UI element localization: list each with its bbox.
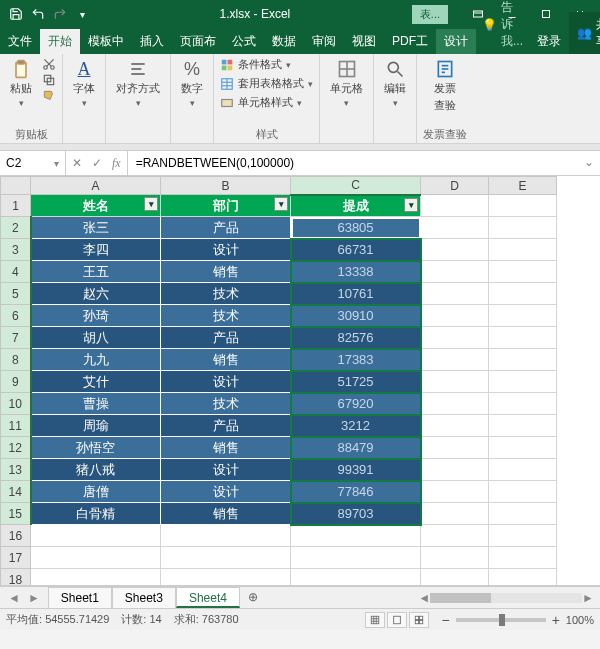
cell[interactable] xyxy=(421,481,489,503)
cell[interactable] xyxy=(291,525,421,547)
cell[interactable] xyxy=(421,261,489,283)
sheet-tab-sheet1[interactable]: Sheet1 xyxy=(48,587,112,608)
col-header-D[interactable]: D xyxy=(421,177,489,195)
cell[interactable] xyxy=(161,525,291,547)
editing-button[interactable]: 编辑 ▾ xyxy=(380,57,410,110)
font-button[interactable]: A 字体 ▾ xyxy=(69,57,99,110)
cell[interactable] xyxy=(421,327,489,349)
tab-formulas[interactable]: 公式 xyxy=(224,29,264,54)
cell[interactable] xyxy=(161,569,291,587)
cell[interactable] xyxy=(31,525,161,547)
cell[interactable] xyxy=(489,503,557,525)
cell[interactable] xyxy=(291,547,421,569)
tab-data[interactable]: 数据 xyxy=(264,29,304,54)
cell[interactable] xyxy=(489,217,557,239)
accept-formula-icon[interactable]: ✓ xyxy=(92,156,102,170)
cell[interactable] xyxy=(421,195,489,217)
formula-bar[interactable] xyxy=(128,151,578,175)
contextual-tab[interactable]: 表... xyxy=(412,5,448,24)
row-header-5[interactable]: 5 xyxy=(1,283,31,305)
cut-icon[interactable] xyxy=(42,57,56,71)
name-box[interactable]: C2 ▾ xyxy=(0,151,66,175)
sheet-tab-sheet4[interactable]: Sheet4 xyxy=(176,587,240,608)
cell[interactable]: 13338 xyxy=(291,261,421,283)
cell[interactable] xyxy=(489,261,557,283)
row-header-6[interactable]: 6 xyxy=(1,305,31,327)
cell[interactable]: 10761 xyxy=(291,283,421,305)
maximize-icon[interactable] xyxy=(530,4,562,24)
row-header-15[interactable]: 15 xyxy=(1,503,31,525)
cell[interactable] xyxy=(489,415,557,437)
cell[interactable]: 67920 xyxy=(291,393,421,415)
tab-pdf[interactable]: PDF工 xyxy=(384,29,436,54)
cell[interactable]: 孙琦 xyxy=(31,305,161,327)
cell[interactable] xyxy=(421,459,489,481)
row-header-7[interactable]: 7 xyxy=(1,327,31,349)
signin-link[interactable]: 登录 xyxy=(529,29,569,54)
cell[interactable]: 89703 xyxy=(291,503,421,525)
cell[interactable]: 九九 xyxy=(31,349,161,371)
cell[interactable]: 66731 xyxy=(291,239,421,261)
cell[interactable]: 3212 xyxy=(291,415,421,437)
zoom-in-icon[interactable]: + xyxy=(552,612,560,628)
zoom-out-icon[interactable]: − xyxy=(441,612,449,628)
tab-review[interactable]: 审阅 xyxy=(304,29,344,54)
row-header-3[interactable]: 3 xyxy=(1,239,31,261)
cell-styles[interactable]: 单元格样式▾ xyxy=(220,95,313,110)
chevron-down-icon[interactable]: ▾ xyxy=(54,158,59,169)
cell[interactable]: 77846 xyxy=(291,481,421,503)
cell[interactable]: 82576 xyxy=(291,327,421,349)
cell[interactable] xyxy=(421,437,489,459)
row-header-2[interactable]: 2 xyxy=(1,217,31,239)
tab-pagelayout[interactable]: 页面布 xyxy=(172,29,224,54)
expand-formula-icon[interactable]: ⌄ xyxy=(578,151,600,175)
alignment-button[interactable]: 对齐方式 ▾ xyxy=(112,57,164,110)
cell[interactable]: 王五 xyxy=(31,261,161,283)
cell[interactable]: 51725 xyxy=(291,371,421,393)
cell[interactable] xyxy=(489,371,557,393)
invoice-button[interactable]: 发票 查验 xyxy=(430,57,460,115)
cell[interactable]: 设计 xyxy=(161,481,291,503)
cancel-formula-icon[interactable]: ✕ xyxy=(72,156,82,170)
zoom-level[interactable]: 100% xyxy=(566,614,594,626)
redo-icon[interactable] xyxy=(52,6,68,22)
cell[interactable] xyxy=(489,481,557,503)
cell[interactable] xyxy=(489,437,557,459)
cell[interactable] xyxy=(421,305,489,327)
cell[interactable] xyxy=(489,525,557,547)
col-header-A[interactable]: A xyxy=(31,177,161,195)
cell[interactable]: 产品 xyxy=(161,415,291,437)
table-header[interactable]: 姓名▾ xyxy=(31,195,161,217)
cell[interactable] xyxy=(489,349,557,371)
tab-insert[interactable]: 插入 xyxy=(132,29,172,54)
cell[interactable]: 技术 xyxy=(161,305,291,327)
cell[interactable] xyxy=(421,569,489,587)
cells-button[interactable]: 单元格 ▾ xyxy=(326,57,367,110)
cell[interactable] xyxy=(489,547,557,569)
cell[interactable] xyxy=(31,547,161,569)
cell[interactable]: 孙悟空 xyxy=(31,437,161,459)
cell[interactable]: 张三 xyxy=(31,217,161,239)
cell[interactable] xyxy=(421,525,489,547)
cell[interactable]: 销售 xyxy=(161,349,291,371)
tab-file[interactable]: 文件 xyxy=(0,29,40,54)
cell[interactable] xyxy=(489,283,557,305)
cell[interactable] xyxy=(421,217,489,239)
number-button[interactable]: % 数字 ▾ xyxy=(177,57,207,110)
view-page-break-icon[interactable] xyxy=(409,612,429,628)
cell[interactable] xyxy=(489,195,557,217)
cell[interactable]: 30910 xyxy=(291,305,421,327)
row-header-16[interactable]: 16 xyxy=(1,525,31,547)
col-header-B[interactable]: B xyxy=(161,177,291,195)
cell[interactable] xyxy=(421,415,489,437)
row-header-17[interactable]: 17 xyxy=(1,547,31,569)
cell[interactable] xyxy=(489,305,557,327)
scroll-right-icon[interactable]: ► xyxy=(582,591,594,605)
cell[interactable] xyxy=(489,327,557,349)
cell[interactable]: 设计 xyxy=(161,371,291,393)
share-button[interactable]: 👥 共享 xyxy=(569,12,600,54)
cell[interactable]: 技术 xyxy=(161,393,291,415)
cell[interactable] xyxy=(421,393,489,415)
qat-dropdown-icon[interactable]: ▾ xyxy=(74,6,90,22)
tab-template[interactable]: 模板中 xyxy=(80,29,132,54)
